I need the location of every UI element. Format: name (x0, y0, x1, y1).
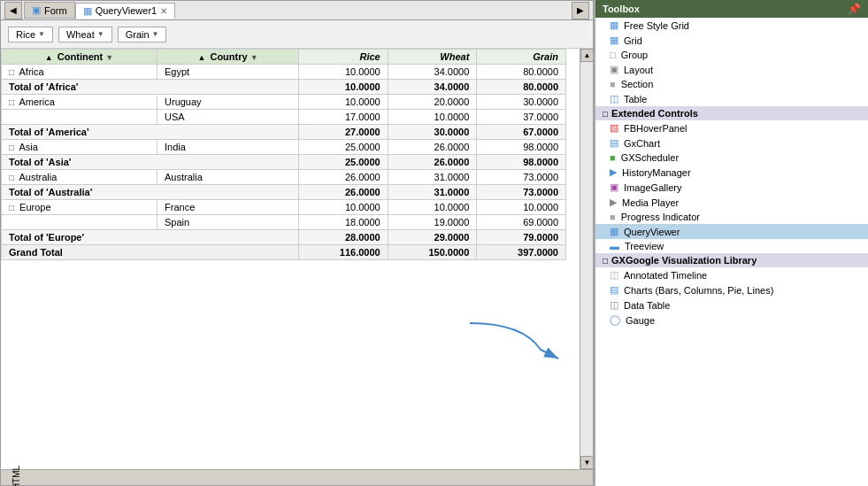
collapse-icon[interactable]: □ (9, 97, 14, 107)
continent-header[interactable]: ▲ Continent ▼ (2, 50, 157, 65)
continent-cell: □ Australia (2, 170, 157, 185)
layout-icon: ▣ (610, 64, 618, 75)
continent-cell: □ Europe (2, 200, 157, 215)
freestylegrid-icon: ▦ (610, 19, 618, 31)
toolbox-item-mediaplayer[interactable]: ▶ Media Player (595, 195, 868, 210)
section-gxgoogle[interactable]: □ GXGoogle Visualization Library (595, 253, 868, 267)
imagegallery-icon: ▣ (610, 181, 618, 193)
grain-cell: 80.0000 (477, 65, 566, 80)
imagegallery-label: ImageGallery (624, 182, 681, 193)
total-label-cell: Total of 'America' (2, 125, 299, 140)
toolbox-item-imagegallery[interactable]: ▣ ImageGallery (595, 180, 868, 195)
tab-queryviewer1[interactable]: ▦ QueryViewer1 ✕ (75, 3, 176, 19)
section-label: Section (621, 79, 654, 89)
toolbox-item-gauge[interactable]: ◯ Gauge (595, 312, 868, 328)
table-scroll-container[interactable]: ▲ Continent ▼ ▲ Country ▼ Rice Wheat (1, 49, 580, 469)
collapse-icon[interactable]: □ (9, 203, 14, 212)
country-filter-icon[interactable]: ▼ (250, 53, 258, 62)
rice-button[interactable]: Rice ▼ (8, 27, 53, 42)
continent-cell: □ America (2, 95, 157, 110)
wheat-cell: 31.0000 (388, 170, 477, 185)
scroll-track[interactable] (580, 62, 593, 456)
historymanager-icon: ▶ (610, 166, 617, 178)
table-icon: ◫ (610, 93, 618, 104)
collapse-icon[interactable]: □ (9, 143, 14, 152)
toolbox-item-historymanager[interactable]: ▶ HistoryManager (595, 165, 868, 180)
toolbox-item-treeview[interactable]: ▬ Treeview (595, 239, 868, 253)
continent-filter-icon[interactable]: ▼ (105, 53, 113, 62)
collapse-icon[interactable]: □ (9, 67, 14, 77)
nav-right-button[interactable]: ▶ (572, 2, 589, 19)
wheat-cell: 26.0000 (388, 140, 477, 155)
nav-left-button[interactable]: ◀ (4, 2, 22, 19)
toolbox-item-fbhoverpanel[interactable]: ▧ FBHoverPanel (595, 120, 868, 135)
toolbox-item-table[interactable]: ◫ Table (595, 91, 868, 106)
html-label: HTML (12, 466, 21, 486)
toolbar: Rice ▼ Wheat ▼ Grain ▼ (1, 20, 593, 49)
toolbox-item-gxscheduler[interactable]: ■ GXScheduler (595, 150, 868, 165)
charts-label: Charts (Bars, Columns, Pie, Lines) (624, 285, 773, 296)
tab-close-icon[interactable]: ✕ (160, 6, 167, 16)
toolbox-item-freestylegrid[interactable]: ▦ Free Style Grid (595, 18, 868, 33)
table-row: □ Australia Australia 26.0000 31.0000 73… (2, 170, 566, 185)
mediaplayer-label: Media Player (622, 197, 679, 208)
group-label: Group (621, 50, 649, 60)
country-header[interactable]: ▲ Country ▼ (157, 50, 299, 65)
toolbox-pin-icon[interactable]: 📌 (848, 3, 861, 15)
annotatedtimeline-label: Annotated Timeline (624, 270, 707, 281)
table-row: USA 17.0000 10.0000 37.0000 (2, 110, 566, 125)
wheat-cell: 34.0000 (388, 65, 477, 80)
rice-cell: 26.0000 (299, 170, 388, 185)
rice-cell: 18.0000 (299, 215, 388, 230)
total-label-cell: Total of 'Europe' (2, 230, 299, 245)
continent-header-label: Continent (58, 51, 103, 62)
section-icon: ■ (610, 79, 616, 89)
toolbox-item-layout[interactable]: ▣ Layout (595, 62, 868, 77)
grain-cell: 69.0000 (477, 215, 566, 230)
total-rice-cell: 25.0000 (299, 155, 388, 170)
scroll-up-button[interactable]: ▲ (580, 49, 593, 62)
toolbox-item-group[interactable]: □ Group (595, 48, 868, 62)
treeview-icon: ▬ (610, 241, 619, 251)
toolbox-title-label: Toolbox (603, 4, 640, 14)
toolbox-item-progressindicator[interactable]: ■ Progress Indicator (595, 210, 868, 224)
toolbox-item-annotatedtimeline[interactable]: ◫ Annotated Timeline (595, 267, 868, 282)
table-row: Total of 'Europe' 28.0000 29.0000 79.000… (2, 230, 566, 245)
toolbox-item-gxchart[interactable]: ▤ GxChart (595, 135, 868, 150)
tab-queryviewer-label: QueryViewer1 (96, 5, 157, 16)
toolbox-item-datatable[interactable]: ◫ Data Table (595, 297, 868, 312)
wheat-button[interactable]: Wheat ▼ (58, 27, 112, 42)
section-extended-collapse-icon: □ (603, 109, 608, 119)
toolbox-item-queryviewer[interactable]: ▦ QueryViewer (595, 224, 868, 239)
toolbox-item-section[interactable]: ■ Section (595, 77, 868, 91)
tab-form-label: Form (44, 5, 67, 16)
grain-header: Grain (477, 50, 566, 65)
fbhoverpanel-label: FBHoverPanel (624, 123, 687, 134)
rice-label: Rice (16, 29, 35, 40)
toolbox-item-grid[interactable]: ▦ Grid (595, 33, 868, 48)
wheat-cell: 10.0000 (388, 110, 477, 125)
continent-cell (2, 110, 157, 125)
grand-grain-cell: 397.0000 (477, 245, 566, 260)
section-extended-controls[interactable]: □ Extended Controls (595, 106, 868, 120)
grain-cell: 98.0000 (477, 140, 566, 155)
form-icon: ▣ (32, 4, 41, 16)
toolbox-item-charts[interactable]: ▤ Charts (Bars, Columns, Pie, Lines) (595, 282, 868, 297)
wheat-dropdown-arrow: ▼ (97, 30, 104, 38)
grain-cell: 73.0000 (477, 170, 566, 185)
datatable-label: Data Table (624, 300, 670, 311)
rice-cell: 10.0000 (299, 95, 388, 110)
grain-button[interactable]: Grain ▼ (118, 27, 167, 42)
gxscheduler-label: GXScheduler (621, 152, 679, 163)
grain-cell: 30.0000 (477, 95, 566, 110)
mediaplayer-icon: ▶ (610, 197, 617, 208)
wheat-cell: 19.0000 (388, 215, 477, 230)
tab-form[interactable]: ▣ Form (24, 2, 75, 19)
data-table: ▲ Continent ▼ ▲ Country ▼ Rice Wheat (1, 49, 566, 260)
country-cell: France (157, 200, 299, 215)
collapse-icon[interactable]: □ (9, 173, 14, 182)
vertical-scrollbar[interactable]: ▲ ▼ (580, 49, 593, 469)
table-row: □ Europe France 10.0000 10.0000 10.0000 (2, 200, 566, 215)
table-body: □ Africa Egypt 10.0000 34.0000 80.0000 T… (2, 65, 566, 260)
scroll-down-button[interactable]: ▼ (580, 456, 593, 469)
